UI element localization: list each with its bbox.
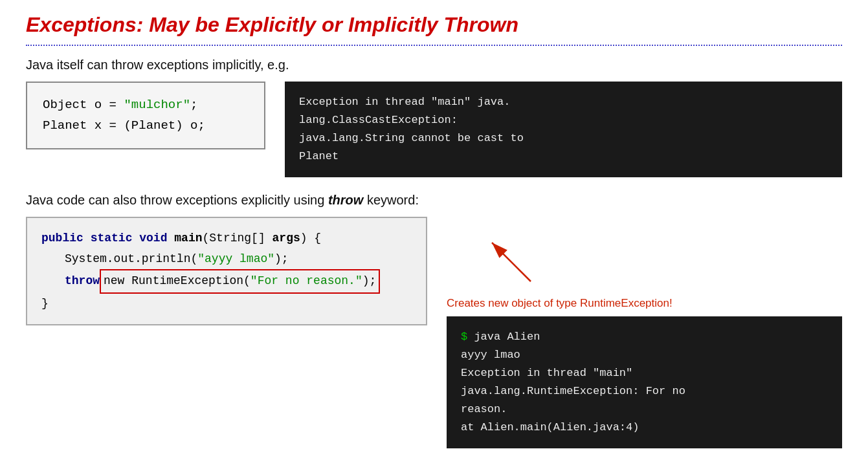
- code-line-throw: throw new RuntimeException("For no reaso…: [41, 269, 412, 294]
- section2-description: Java code can also throw exceptions expl…: [26, 193, 842, 208]
- terminal-line-4: Planet: [299, 148, 828, 166]
- code-text: Object o =: [43, 98, 124, 112]
- terminal-line-1: Exception in thread "main" java.: [299, 93, 828, 111]
- string-mulchor: "mulchor": [124, 98, 190, 112]
- string-ayyy: "ayyy lmao": [197, 252, 274, 265]
- terminal-ayyy: ayyy lmao: [461, 346, 828, 364]
- code-closing-brace: }: [41, 294, 412, 314]
- section1-description: Java itself can throw exceptions implici…: [26, 58, 842, 72]
- dollar-sign: $: [461, 331, 474, 343]
- terminal-line-2: lang.ClassCastException:: [299, 111, 828, 129]
- terminal-reason: reason.: [461, 400, 828, 419]
- new-keyword: new RuntimeException(: [104, 274, 250, 287]
- terminal-exception: Exception in thread "main": [461, 364, 828, 382]
- close-paren: );: [274, 252, 289, 265]
- terminal-at: at Alien.main(Alien.java:4): [461, 419, 828, 437]
- code-line-2: Planet x = (Planet) o;: [43, 115, 249, 136]
- terminal-implicit: Exception in thread "main" java. lang.Cl…: [285, 82, 842, 177]
- slide-title: Exceptions: May be Explicitly or Implici…: [26, 13, 842, 37]
- java-cmd: java Alien: [474, 331, 540, 343]
- terminal-cmd-line: $ java Alien: [461, 328, 828, 346]
- throw-new-box: new RuntimeException("For no reason.");: [100, 269, 380, 294]
- section2-post: keyword:: [363, 193, 419, 207]
- code-line-main: public static void main(String[] args) {: [41, 228, 412, 249]
- right-side: Creates new object of type RuntimeExcept…: [447, 217, 842, 448]
- divider: [26, 45, 842, 46]
- main-sig: main(String[] args) {: [174, 232, 321, 245]
- svg-line-1: [492, 243, 531, 281]
- annotation-text: Creates new object of type RuntimeExcept…: [447, 297, 842, 310]
- top-section: Object o = "mulchor"; Planet x = (Planet…: [26, 82, 842, 177]
- kw-public: public: [41, 232, 83, 245]
- terminal-runtimeex: java.lang.RuntimeException: For no: [461, 382, 828, 400]
- system-out: System.out.println(: [65, 252, 197, 265]
- string-reason: "For no reason.": [250, 274, 362, 287]
- code-line-println: System.out.println("ayyy lmao");: [41, 249, 412, 270]
- throw-keyword-inline: throw: [328, 193, 363, 207]
- annotation-area: [447, 217, 842, 288]
- kw-static: static: [91, 232, 133, 245]
- throw-close: );: [362, 274, 377, 287]
- bottom-section: public static void main(String[] args) {…: [26, 217, 842, 448]
- throw-keyword: throw: [65, 271, 100, 292]
- terminal-explicit: $ java Alien ayyy lmao Exception in thre…: [447, 316, 842, 448]
- terminal-line-3: java.lang.String cannot be cast to: [299, 129, 828, 148]
- code-line-1: Object o = "mulchor";: [43, 94, 249, 115]
- section2-pre: Java code can also throw exceptions expl…: [26, 193, 328, 207]
- code-box-explicit: public static void main(String[] args) {…: [26, 217, 427, 325]
- arrow-icon: [485, 236, 537, 288]
- code-box-implicit: Object o = "mulchor"; Planet x = (Planet…: [26, 82, 265, 149]
- code-text-2: Planet x = (Planet) o;: [43, 118, 205, 133]
- semicolon: ;: [190, 98, 197, 112]
- kw-void: void: [139, 232, 167, 245]
